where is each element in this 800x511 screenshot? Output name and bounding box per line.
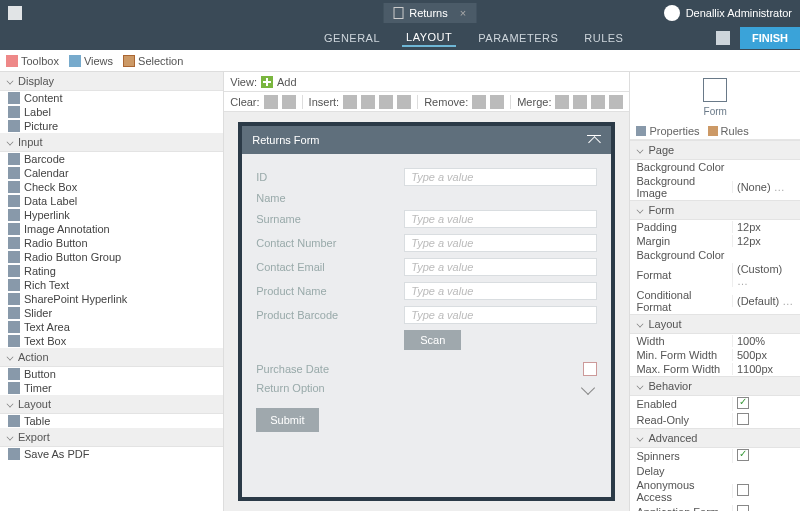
field-surname-input[interactable]: Type a value <box>404 210 597 228</box>
remove-row-icon[interactable] <box>472 95 486 109</box>
control-picture[interactable]: Picture <box>0 119 223 133</box>
prop-width-value[interactable]: 100% <box>732 335 794 347</box>
menu-general[interactable]: GENERAL <box>320 30 384 46</box>
control-textarea[interactable]: Text Area <box>0 320 223 334</box>
insert-3-icon[interactable] <box>379 95 393 109</box>
prop-group-advanced[interactable]: Advanced <box>630 428 800 448</box>
control-slider[interactable]: Slider <box>0 306 223 320</box>
prop-enabled-checkbox[interactable] <box>737 397 749 409</box>
collapse-icon[interactable] <box>587 135 601 145</box>
finish-button[interactable]: FINISH <box>740 27 800 49</box>
image-annotation-icon <box>8 223 20 235</box>
insert-1-icon[interactable] <box>343 95 357 109</box>
tab-properties[interactable]: Properties <box>636 125 699 137</box>
add-label[interactable]: Add <box>277 76 297 88</box>
save-icon[interactable] <box>716 31 730 45</box>
control-radio[interactable]: Radio Button <box>0 236 223 250</box>
prop-cond-format-value[interactable]: (Default) … <box>732 295 794 307</box>
remove-col-icon[interactable] <box>490 95 504 109</box>
control-datalabel[interactable]: Data Label <box>0 194 223 208</box>
views-button[interactable]: Views <box>69 55 113 67</box>
prop-max-width-value[interactable]: 1100px <box>732 363 794 375</box>
menu-layout[interactable]: LAYOUT <box>402 29 456 47</box>
close-icon[interactable]: × <box>460 7 466 19</box>
prop-bg-image-value[interactable]: (None) … <box>732 181 794 193</box>
control-content[interactable]: Content <box>0 91 223 105</box>
radio-group-icon <box>8 251 20 263</box>
prop-margin-value[interactable]: 12px <box>732 235 794 247</box>
control-calendar[interactable]: Calendar <box>0 166 223 180</box>
group-display[interactable]: Display <box>0 72 223 91</box>
prop-delay: Delay <box>636 465 728 477</box>
control-richtext[interactable]: Rich Text <box>0 278 223 292</box>
control-timer[interactable]: Timer <box>0 381 223 395</box>
user-area: Denallix Administrator <box>664 5 792 21</box>
insert-4-icon[interactable] <box>397 95 411 109</box>
avatar-icon[interactable] <box>664 5 680 21</box>
menu-rules[interactable]: RULES <box>580 30 627 46</box>
form-title: Returns Form <box>252 134 319 146</box>
control-rating[interactable]: Rating <box>0 264 223 278</box>
merge-1-icon[interactable] <box>555 95 569 109</box>
prop-padding-value[interactable]: 12px <box>732 221 794 233</box>
design-canvas[interactable]: Returns Form IDType a value Name Surname… <box>224 112 629 511</box>
toolbox-button[interactable]: Toolbox <box>6 55 59 67</box>
control-radio-group[interactable]: Radio Button Group <box>0 250 223 264</box>
control-save-pdf[interactable]: Save As PDF <box>0 447 223 461</box>
textarea-icon <box>8 321 20 333</box>
chevron-down-icon <box>637 321 644 328</box>
menu-parameters[interactable]: PARAMETERS <box>474 30 562 46</box>
field-purchase-date-label: Purchase Date <box>256 363 396 375</box>
prop-group-form[interactable]: Form <box>630 200 800 220</box>
clear-col-icon[interactable] <box>282 95 296 109</box>
control-table[interactable]: Table <box>0 414 223 428</box>
add-icon[interactable] <box>261 76 273 88</box>
prop-readonly-checkbox[interactable] <box>737 413 749 425</box>
field-contact-number-input[interactable]: Type a value <box>404 234 597 252</box>
insert-2-icon[interactable] <box>361 95 375 109</box>
picture-icon <box>8 120 20 132</box>
control-label[interactable]: Label <box>0 105 223 119</box>
radio-icon <box>8 237 20 249</box>
prop-appform-checkbox[interactable] <box>737 505 749 511</box>
control-checkbox[interactable]: Check Box <box>0 180 223 194</box>
prop-group-layout[interactable]: Layout <box>630 314 800 334</box>
group-input[interactable]: Input <box>0 133 223 152</box>
document-tab-returns[interactable]: Returns × <box>383 3 476 23</box>
control-image-annotation[interactable]: Image Annotation <box>0 222 223 236</box>
clear-row-icon[interactable] <box>264 95 278 109</box>
field-product-barcode-input[interactable]: Type a value <box>404 306 597 324</box>
calendar-picker-icon[interactable] <box>583 362 597 376</box>
merge-3-icon[interactable] <box>591 95 605 109</box>
merge-2-icon[interactable] <box>573 95 587 109</box>
tab-rules[interactable]: Rules <box>708 125 749 137</box>
prop-min-width-value[interactable]: 500px <box>732 349 794 361</box>
control-sp-hyperlink[interactable]: SharePoint Hyperlink <box>0 292 223 306</box>
field-contact-email-input[interactable]: Type a value <box>404 258 597 276</box>
selection-button[interactable]: Selection <box>123 55 183 67</box>
group-layout[interactable]: Layout <box>0 395 223 414</box>
prop-spinners-checkbox[interactable] <box>737 449 749 461</box>
prop-group-behavior[interactable]: Behavior <box>630 376 800 396</box>
control-button[interactable]: Button <box>0 367 223 381</box>
group-export[interactable]: Export <box>0 428 223 447</box>
field-product-name-input[interactable]: Type a value <box>404 282 597 300</box>
prop-group-page[interactable]: Page <box>630 140 800 160</box>
control-hyperlink[interactable]: Hyperlink <box>0 208 223 222</box>
prop-anon-checkbox[interactable] <box>737 484 749 496</box>
control-textbox[interactable]: Text Box <box>0 334 223 348</box>
prop-format-value[interactable]: (Custom) … <box>732 263 794 287</box>
group-action[interactable]: Action <box>0 348 223 367</box>
field-surname-label: Surname <box>256 213 396 225</box>
form-header[interactable]: Returns Form <box>242 126 611 154</box>
dropdown-chevron-icon[interactable] <box>581 381 595 395</box>
control-barcode[interactable]: Barcode <box>0 152 223 166</box>
merge-4-icon[interactable] <box>609 95 623 109</box>
form-shell[interactable]: Returns Form IDType a value Name Surname… <box>238 122 615 501</box>
submit-button[interactable]: Submit <box>256 408 318 432</box>
field-id-input[interactable]: Type a value <box>404 168 597 186</box>
field-product-barcode-label: Product Barcode <box>256 309 396 321</box>
scan-button[interactable]: Scan <box>404 330 461 350</box>
document-tabs: Returns × <box>383 3 476 23</box>
slider-icon <box>8 307 20 319</box>
